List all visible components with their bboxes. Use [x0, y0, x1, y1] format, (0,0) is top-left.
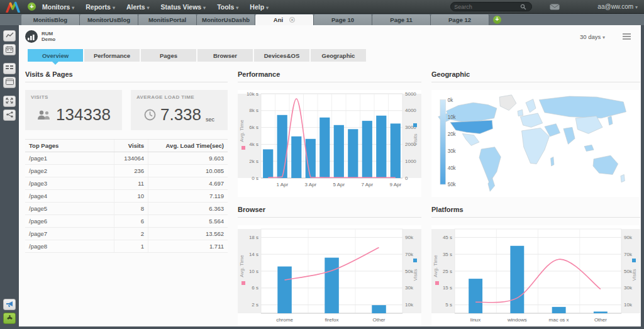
map-region-new-zealand[interactable] — [621, 174, 625, 182]
svg-text:Visits: Visits — [631, 269, 637, 281]
tab-devices-os[interactable]: Devices&OS — [254, 49, 309, 62]
menu-alerts[interactable]: Alerts ▾ — [126, 3, 150, 11]
map-region-united-states[interactable] — [450, 120, 492, 133]
table-row[interactable]: /page4107.119 — [25, 190, 228, 203]
svg-text:18 s: 18 s — [249, 235, 258, 240]
monitis-logo-icon — [4, 1, 23, 13]
close-icon[interactable]: × — [289, 17, 295, 23]
geographic-map[interactable]: 0k10k20k30k40k50k — [431, 90, 640, 197]
svg-text:mac os x: mac os x — [549, 317, 569, 323]
clock-icon — [144, 109, 156, 121]
tab-browser[interactable]: Browser — [197, 49, 253, 62]
menu-tools[interactable]: Tools ▾ — [217, 3, 238, 11]
add-monitor-button[interactable]: + — [28, 3, 36, 11]
visitors-icon — [36, 110, 52, 120]
tiles-button[interactable] — [3, 63, 16, 74]
expand-button[interactable] — [3, 96, 16, 107]
search-input[interactable] — [454, 4, 520, 10]
map-region-uk[interactable] — [518, 109, 523, 116]
svg-text:windows: windows — [507, 317, 527, 323]
map-region-europe[interactable] — [520, 113, 542, 127]
visits-pages-section: Visits & Pages VISITS — [25, 70, 228, 326]
dashboard-tab-monitorusdashb[interactable]: MonitorUsDashb — [197, 14, 255, 25]
platforms-chart[interactable]: 5 s15 s25 s35 s45 s10k30k50k70k90klinuxw… — [431, 225, 640, 326]
svg-text:Avg. Time: Avg. Time — [239, 120, 245, 142]
dashboard-tab-monitorusblog[interactable]: MonitorUsBlog — [80, 14, 138, 25]
table-cell: /page7 — [25, 228, 114, 240]
map-region-mexico[interactable] — [462, 133, 479, 145]
share-button[interactable] — [3, 109, 16, 121]
table-header[interactable]: Avg. Load Time(sec) — [148, 140, 228, 152]
svg-text:45 s: 45 s — [443, 235, 452, 240]
chevron-down-icon: ▾ — [72, 5, 74, 11]
calendar-button[interactable] — [3, 44, 16, 55]
search-box[interactable] — [450, 2, 532, 11]
table-cell: /page2 — [25, 165, 114, 177]
dashboard-tab-page-11[interactable]: Page 11 — [372, 14, 431, 25]
menu-monitors[interactable]: Monitors ▾ — [42, 3, 74, 11]
map-legend-tick: 20k — [448, 131, 457, 137]
phone-button[interactable] — [3, 313, 16, 324]
map-legend-tick: 10k — [448, 114, 457, 120]
table-header[interactable]: Top Pages — [25, 140, 114, 152]
performance-chart[interactable]: 0 s2k s4k s6k s8k s10k s0100020003000400… — [238, 90, 421, 197]
map-region-india[interactable] — [564, 127, 575, 144]
map-region-china[interactable] — [575, 116, 602, 133]
map-region-scandinavia[interactable] — [526, 99, 536, 113]
map-legend-tick: 50k — [448, 182, 457, 187]
messages-icon[interactable] — [550, 4, 560, 10]
window-button[interactable] — [3, 77, 16, 88]
menu-reports[interactable]: Reports ▾ — [86, 3, 115, 11]
table-row[interactable]: /page7213.562 — [25, 228, 228, 240]
table-row[interactable]: /page11340649.603 — [25, 152, 228, 165]
tab-performance[interactable]: Performance — [84, 49, 140, 62]
user-menu[interactable]: aa@ww.com ▾ — [597, 3, 638, 10]
map-region-africa[interactable] — [522, 128, 550, 164]
table-cell: /page6 — [25, 215, 114, 228]
map-region-south-america[interactable] — [479, 147, 501, 183]
period-selector[interactable]: 30 days ▾ — [580, 33, 605, 40]
tab-overview[interactable]: Overview — [28, 49, 83, 62]
table-header[interactable]: Visits — [114, 140, 148, 152]
dashboard-tab-monitisblog[interactable]: MonitisBlog — [21, 14, 80, 25]
add-tab-button[interactable]: + — [493, 16, 501, 24]
search-icon[interactable] — [520, 4, 526, 10]
share-icon — [6, 111, 13, 119]
map-region-indonesia[interactable] — [584, 145, 594, 151]
map-region-greenland[interactable] — [499, 95, 516, 111]
tab-pages[interactable]: Pages — [141, 49, 196, 62]
monitor-name: RUM Demo — [42, 31, 55, 42]
dashboard-tab-ani[interactable]: Ani× — [255, 14, 314, 25]
map-region-australia[interactable] — [593, 155, 618, 174]
table-row[interactable]: /page223610.085 — [25, 165, 228, 177]
tab-label: Ani — [274, 16, 283, 23]
table-row[interactable]: /page586.363 — [25, 203, 228, 215]
menu-list-icon[interactable] — [623, 33, 631, 40]
table-row[interactable]: /page665.564 — [25, 215, 228, 228]
top-bar: + Monitors ▾Reports ▾Alerts ▾Status View… — [0, 0, 644, 14]
svg-text:0: 0 — [405, 176, 408, 181]
browser-chart[interactable]: 2 s6 s10 s14 s18 s10k30k50k70k90kchromef… — [238, 225, 421, 326]
menu-status-views[interactable]: Status Views ▾ — [161, 3, 206, 11]
tab-geographic[interactable]: Geographic — [311, 49, 366, 62]
line-chart-icon — [6, 32, 14, 40]
dashboard-tab-monitisportal[interactable]: MonitisPortal — [138, 14, 197, 25]
line-chart-button[interactable] — [3, 30, 16, 42]
map-region-russia[interactable] — [539, 96, 626, 118]
megaphone-button[interactable] — [3, 299, 16, 310]
section-title-performance: Performance — [238, 70, 421, 82]
table-cell: /page1 — [25, 152, 114, 165]
map-region-madagascar[interactable] — [551, 157, 554, 166]
map-region-japan[interactable] — [608, 116, 613, 125]
svg-text:70k: 70k — [405, 252, 414, 257]
table-row[interactable]: /page811.711 — [25, 240, 228, 253]
menu-help[interactable]: Help ▾ — [250, 3, 269, 11]
chevron-down-icon: ▾ — [236, 5, 238, 11]
dashboard-tab-page-12[interactable]: Page 12 — [431, 14, 489, 25]
svg-text:7 Apr: 7 Apr — [361, 182, 373, 187]
svg-text:firefox: firefox — [325, 317, 339, 323]
svg-text:5 Apr: 5 Apr — [333, 182, 345, 187]
dashboard-tab-page-10[interactable]: Page 10 — [314, 14, 372, 25]
table-row[interactable]: /page3114.697 — [25, 177, 228, 190]
svg-text:Avg. Time: Avg. Time — [433, 255, 438, 277]
